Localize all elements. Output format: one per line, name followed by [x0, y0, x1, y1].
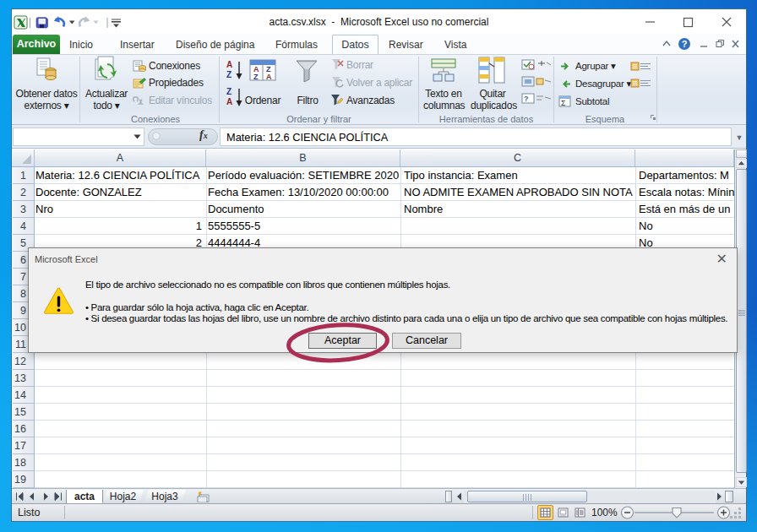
svg-text:Σ: Σ: [561, 99, 566, 107]
svg-text:Z: Z: [226, 70, 231, 79]
svg-text:?: ?: [524, 95, 529, 103]
svg-text:A: A: [226, 97, 232, 106]
svg-text:A: A: [266, 73, 272, 81]
svg-text:Z: Z: [253, 73, 259, 81]
svg-text:?: ?: [682, 39, 688, 49]
svg-text:Z: Z: [226, 87, 231, 96]
svg-text:A: A: [226, 60, 232, 69]
